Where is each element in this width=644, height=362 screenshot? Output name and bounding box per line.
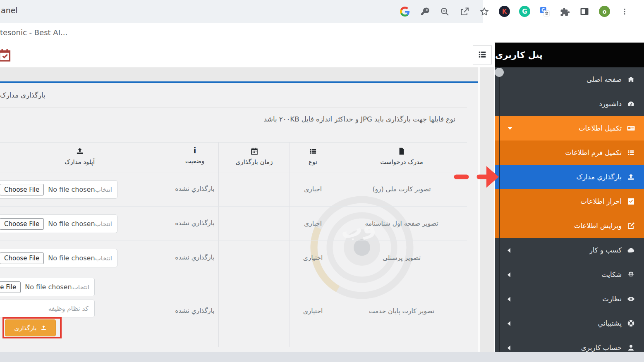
calendar-icon (250, 147, 259, 155)
share-icon[interactable] (459, 6, 470, 17)
upload-button[interactable]: بارگذاری (5, 319, 56, 336)
info-icon: i (194, 147, 196, 155)
browser-tab-strip: anel KGGo (0, 0, 644, 23)
browser-tab-title[interactable]: anel (1, 6, 18, 15)
choose-file-button[interactable]: Choose File (0, 218, 44, 230)
sidebar-item-verify-info[interactable]: احراز اطلاعات (495, 189, 644, 214)
bookmark-item[interactable]: tesonic - Best AI... (0, 28, 67, 37)
browser-toolbar-icons: KGGo (400, 0, 630, 23)
grammarly-icon[interactable]: G (519, 6, 530, 17)
sidebar-title: پنل کاربری (495, 43, 644, 67)
table-header-0: مدرک درخواست (336, 143, 467, 172)
upload-button-label: بارگذاری (14, 324, 36, 332)
sidebar-item-account[interactable]: حساب کاربری (495, 336, 644, 352)
caret-left-icon (508, 272, 510, 277)
menu-dots-icon[interactable] (619, 6, 630, 17)
sidebar-item-edit-info[interactable]: ویرایش اطلاعات (495, 214, 644, 238)
sidebar-item-label: نظارت (602, 295, 622, 303)
caret-left-icon (508, 321, 510, 326)
user-icon (626, 343, 636, 352)
doc-type-cell: اجباری (290, 172, 336, 207)
table-header-4: آپلود مدارک (0, 143, 171, 172)
documents-table: مدرک درخواستنوعزمان بارگذاریiوضعیتآپلود … (0, 142, 467, 347)
sidebar-item-label: تکمیل فرم اطلاعات (565, 149, 622, 157)
upload-controls-cell: Choose FileNo file chosenانتخاببارگذاری (0, 275, 171, 347)
status-cell: بارگذاري نشده (171, 241, 218, 275)
sidebar-menu: صفحه اصلیداشبوردتکمیل اطلاعاتتکمیل فرم ا… (495, 67, 644, 352)
bookmark-star-icon[interactable] (479, 6, 490, 17)
status-cell: بارگذاري نشده (171, 172, 218, 207)
status-text: بارگذاري نشده (175, 217, 214, 229)
sidebar-item-label: حساب کاربری (581, 344, 622, 352)
life-ring-icon (626, 319, 636, 329)
upload-controls-cell: Choose FileNo file chosenانتخاب (0, 241, 171, 275)
calendar-check-icon (0, 48, 12, 63)
choose-file-button[interactable]: Choose File (0, 252, 44, 264)
sidebar-item-dashboard[interactable]: داشبورد (495, 92, 644, 116)
edit-icon (626, 221, 636, 231)
card-title: بارگذاری مدارک (0, 91, 45, 99)
upload-note: نوع فایلها جهت بارگذاری باید JPG و حداکث… (263, 115, 455, 123)
table-header-3: iوضعیت (171, 143, 218, 172)
file-input[interactable]: Choose FileNo file chosenانتخاب (0, 214, 117, 233)
select-label: انتخاب (95, 186, 112, 193)
cloud-icon (626, 245, 636, 255)
upload-icon (76, 147, 84, 155)
sidebar-item-label: تکمیل اطلاعات (579, 124, 622, 132)
list-icon (309, 147, 317, 155)
toggle-list-button[interactable] (473, 45, 492, 64)
military-code-input[interactable] (0, 300, 95, 317)
sidebar-item-complete-form[interactable]: تکمیل فرم اطلاعات (495, 141, 644, 165)
file-input[interactable]: Choose FileNo file chosenانتخاب (0, 249, 117, 267)
sidebar-item-support[interactable]: پشتیباني (495, 311, 644, 336)
page-bottom-strip (0, 352, 644, 362)
no-file-chosen-text: No file chosen (48, 254, 95, 262)
doc-name-cell: تصویر کارت ملی (رو) (336, 172, 467, 207)
table-header-label: زمان بارگذاری (236, 158, 273, 166)
profile-avatar[interactable]: o (599, 6, 610, 17)
select-label: انتخاب (72, 283, 89, 291)
caret-down-icon (508, 127, 512, 130)
google-logo-icon[interactable] (400, 6, 410, 17)
extension-k-icon[interactable]: K (499, 6, 510, 17)
upload-documents-card: بارگذاری مدارک نوع فایلها جهت بارگذاری ب… (0, 81, 478, 352)
doc-type-cell: اختیاری (290, 241, 336, 275)
table-header-label: آپلود مدارک (65, 158, 95, 166)
no-file-chosen-text: No file chosen (25, 283, 72, 291)
choose-file-button[interactable]: Choose File (0, 281, 21, 293)
sidebar-item-label: احراز اطلاعات (580, 198, 622, 205)
content-right-divider (478, 67, 480, 352)
caret-left-icon (508, 248, 510, 253)
dashboard-icon (626, 99, 636, 109)
upload-time-cell (218, 241, 290, 275)
sidebar-item-home[interactable]: صفحه اصلی (495, 67, 644, 92)
status-cell: بارگذاري نشده (171, 275, 218, 347)
doc-type-cell: اجباری (290, 207, 336, 241)
zoom-out-icon[interactable] (439, 6, 450, 17)
sidebar-item-complete-info[interactable]: تکمیل اطلاعات (495, 116, 644, 141)
sidebar-item-complaint[interactable]: شکایت (495, 262, 644, 287)
sidebar-item-business[interactable]: کسب و کار (495, 238, 644, 262)
eye-icon (626, 294, 636, 304)
status-text: بارگذاري نشده (175, 305, 214, 317)
sidebar-scrollbar-thumb[interactable] (495, 68, 504, 77)
table-header-label: مدرک درخواست (380, 158, 423, 166)
sidebar-item-label: پشتیباني (598, 319, 622, 327)
doc-name-cell: تصویر صفحه اول شناسنامه (336, 207, 467, 241)
upload-time-cell (218, 207, 290, 241)
side-panel-icon[interactable] (579, 6, 590, 17)
sidebar-item-label: داشبورد (599, 100, 622, 108)
extensions-puzzle-icon[interactable] (559, 6, 570, 17)
translate-icon[interactable]: G (539, 6, 550, 17)
password-key-icon[interactable] (419, 6, 430, 17)
choose-file-button[interactable]: Choose File (0, 184, 44, 195)
doc-type-cell: اختیاری (290, 275, 336, 347)
table-header-label: نوع (309, 158, 317, 166)
no-file-chosen-text: No file chosen (48, 186, 95, 193)
sidebar-item-monitoring[interactable]: نظارت (495, 287, 644, 311)
file-input[interactable]: Choose FileNo file chosenانتخاب (0, 180, 117, 199)
select-label: انتخاب (95, 220, 112, 228)
sidebar-scrollbar-track[interactable] (499, 67, 500, 352)
file-input[interactable]: Choose FileNo file chosenانتخاب (0, 278, 95, 296)
sidebar-item-upload-docs[interactable]: بارگذاري مدارک (495, 165, 644, 189)
